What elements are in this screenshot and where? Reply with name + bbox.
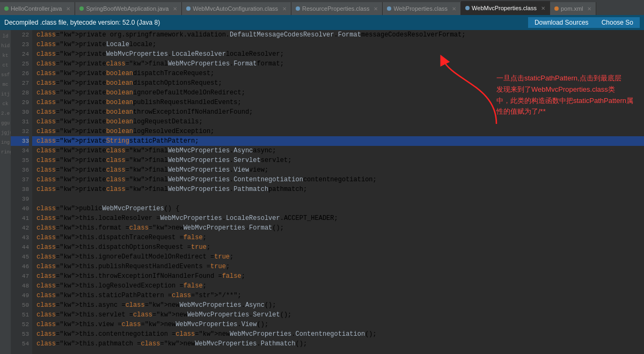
line-num-29: 29: [11, 98, 29, 107]
tab-dot-webmvcprops: [465, 6, 470, 10]
tab-label-resource: ResourceProperties.class: [302, 5, 369, 12]
line-num-33: 33: [11, 136, 29, 146]
tab-label-springboot: SpringBootWebApplication.java: [86, 5, 169, 12]
line-num-37: 37: [11, 175, 29, 185]
code-line-33: class="kw">private String staticPathPatt…: [32, 136, 644, 146]
code-line-38: class="kw">private class="kw">final WebM…: [32, 185, 644, 194]
code-line-53: class="kw">this.contentnegotiation = cla…: [32, 329, 644, 339]
line-num-31: 31: [11, 117, 29, 127]
line-gutter: 2223242526272829303132333435363738394041…: [11, 30, 32, 354]
line-num-28: 28: [11, 88, 29, 98]
code-line-23: class="kw">private Locale locale;: [32, 40, 644, 49]
line-num-23: 23: [11, 40, 29, 49]
sidebar-icon-6: mc: [1, 80, 10, 89]
tab-resource[interactable]: ResourceProperties.class ✕: [291, 2, 383, 15]
line-num-32: 32: [11, 127, 29, 136]
line-num-49: 49: [11, 291, 29, 300]
code-line-22: class="kw">private org.springframework.v…: [32, 30, 644, 40]
line-num-48: 48: [11, 281, 29, 291]
tab-label-hello: HelloController.java: [11, 5, 62, 12]
tab-webmvcprops[interactable]: WebMvcProperties.class ✕: [461, 1, 550, 15]
line-num-47: 47: [11, 271, 29, 281]
code-line-54: class="kw">this.pathmatch = class="kw">n…: [32, 339, 644, 349]
sidebar-icon-11: jgjs: [1, 129, 10, 137]
download-sources-button[interactable]: Download Sources: [528, 17, 595, 28]
line-num-45: 45: [11, 252, 29, 262]
code-line-48: class="kw">this.logResolvedException = f…: [32, 281, 644, 291]
code-line-30: class="kw">private boolean throwExceptio…: [32, 107, 644, 117]
line-num-25: 25: [11, 59, 29, 69]
code-line-35: class="kw">private class="kw">final WebM…: [32, 156, 644, 165]
code-line-52: class="kw">this.view = class="kw">new We…: [32, 320, 644, 329]
tab-label-webmvcprops: WebMvcProperties.class: [472, 5, 537, 11]
tab-close-pom[interactable]: ✕: [587, 6, 591, 12]
line-num-30: 30: [11, 107, 29, 117]
code-line-37: class="kw">private class="kw">final WebM…: [32, 175, 644, 185]
sidebar-icon-2: hid: [1, 42, 10, 50]
tab-dot-pom: [554, 6, 559, 11]
line-num-54: 54: [11, 339, 29, 349]
line-num-53: 53: [11, 329, 29, 339]
line-num-52: 52: [11, 320, 29, 329]
sidebar-icon-8: ck: [1, 100, 10, 108]
line-num-39: 39: [11, 194, 29, 204]
code-line-34: class="kw">private class="kw">final WebM…: [32, 146, 644, 156]
tab-dot-hello: [4, 6, 9, 11]
code-line-41: class="kw">this.localeResolver = WebMvcP…: [32, 213, 644, 223]
code-line-29: class="kw">private boolean publishReques…: [32, 98, 644, 107]
line-num-27: 27: [11, 78, 29, 88]
sidebar-icon-5: ssf: [1, 71, 10, 79]
line-num-44: 44: [11, 242, 29, 252]
code-area[interactable]: class="kw">private org.springframework.v…: [32, 30, 644, 354]
code-line-42: class="kw">this.format = class="kw">new …: [32, 223, 644, 233]
tab-webprops1[interactable]: WebProperties.class ✕: [383, 2, 461, 15]
tab-close-springboot[interactable]: ✕: [173, 6, 177, 12]
line-num-46: 46: [11, 262, 29, 271]
tab-close-hello[interactable]: ✕: [66, 6, 70, 12]
sidebar-icon-12: ing: [1, 138, 10, 147]
code-line-24: class="kw">private WebMvcProperties.Loca…: [32, 49, 644, 59]
code-line-28: class="kw">private boolean ignoreDefault…: [32, 88, 644, 98]
tab-label-webprops1: WebProperties.class: [393, 5, 448, 12]
tab-label-webmvcauto: WebMvcAutoConfiguration.class: [193, 5, 278, 12]
code-line-27: class="kw">private boolean dispatchOptio…: [32, 78, 644, 88]
tab-close-resource[interactable]: ✕: [374, 6, 378, 12]
tab-hello[interactable]: HelloController.java ✕: [0, 2, 75, 15]
info-bar-text: Decompiled .class file, bytecode version…: [4, 19, 160, 26]
tab-springboot[interactable]: SpringBootWebApplication.java ✕: [75, 2, 182, 15]
code-line-40: class="kw">public WebMvcProperties() {: [32, 204, 644, 213]
code-line-45: class="kw">this.ignoreDefaultModelOnRedi…: [32, 252, 644, 262]
tab-dot-springboot: [79, 6, 84, 11]
code-line-32: class="kw">private boolean logResolvedEx…: [32, 127, 644, 136]
tab-close-webmvcauto[interactable]: ✕: [282, 6, 287, 12]
line-num-24: 24: [11, 49, 29, 59]
info-bar-actions: Download Sources Choose So: [528, 17, 640, 28]
tab-label-pom: pom.xml: [561, 5, 583, 12]
code-line-46: class="kw">this.publishRequestHandledEve…: [32, 262, 644, 271]
tab-close-webmvcprops[interactable]: ✕: [541, 5, 545, 11]
line-num-41: 41: [11, 213, 29, 223]
sidebar-icon-9: 2.e: [1, 109, 10, 118]
line-num-22: 22: [11, 30, 29, 40]
line-num-42: 42: [11, 223, 29, 233]
line-num-35: 35: [11, 156, 29, 165]
tab-dot-webmvcauto: [186, 6, 191, 11]
code-line-47: class="kw">this.throwExceptionIfNoHandle…: [32, 271, 644, 281]
sidebar-icon-1: ld: [1, 32, 10, 41]
sidebar-icon-13: ring: [1, 148, 10, 157]
line-num-43: 43: [11, 233, 29, 242]
tab-webmvcauto[interactable]: WebMvcAutoConfiguration.class ✕: [182, 2, 291, 15]
line-num-34: 34: [11, 146, 29, 156]
tab-bar: HelloController.java ✕ SpringBootWebAppl…: [0, 0, 644, 15]
tab-pom[interactable]: pom.xml ✕: [550, 2, 597, 15]
line-num-38: 38: [11, 185, 29, 194]
sidebar-icon-3: kt: [1, 51, 10, 60]
sidebar-icon-7: itj: [1, 90, 10, 99]
choose-sources-button[interactable]: Choose So: [595, 17, 640, 28]
code-line-31: class="kw">private boolean logRequestDet…: [32, 117, 644, 127]
line-num-40: 40: [11, 204, 29, 213]
code-line-26: class="kw">private boolean dispatchTrace…: [32, 69, 644, 78]
tab-dot-resource: [296, 6, 300, 11]
tab-close-webprops1[interactable]: ✕: [452, 6, 456, 12]
line-num-26: 26: [11, 69, 29, 78]
